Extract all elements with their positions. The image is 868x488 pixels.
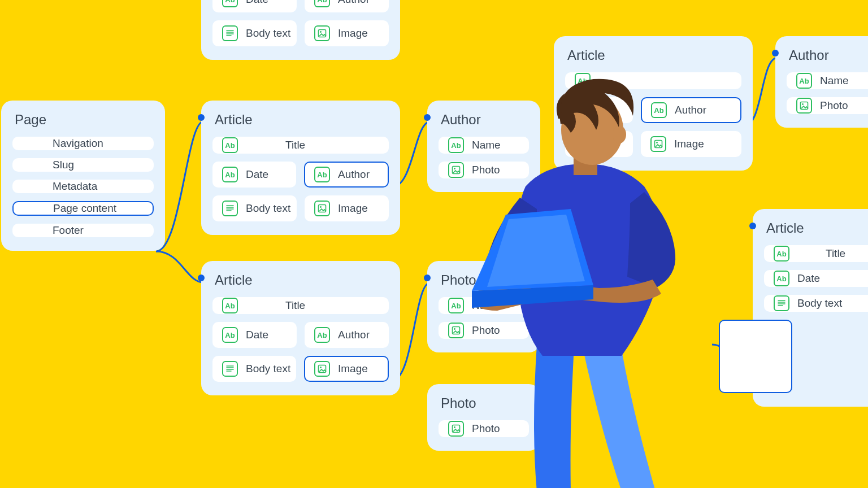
card-title: Article: [215, 112, 389, 128]
field-label: Image: [338, 363, 368, 375]
field-date[interactable]: Ab Date: [212, 162, 296, 188]
text-icon: Ab: [222, 327, 238, 343]
svg-point-18: [613, 125, 626, 143]
field-image[interactable]: Image: [305, 20, 389, 46]
field-body-text[interactable]: Body text: [764, 295, 868, 312]
card-article-right: Article Ab Title Ab Date Body text: [753, 209, 868, 407]
connector-node-icon: [424, 114, 431, 121]
card-title: Article: [215, 272, 389, 288]
connector-node-icon: [198, 114, 205, 121]
field-author[interactable]: Ab Author: [305, 322, 389, 348]
field-page-content[interactable]: Page content: [12, 201, 154, 216]
field-label: Body text: [246, 363, 290, 375]
field-label: Date: [246, 0, 268, 6]
field-date[interactable]: Ab Date: [212, 322, 297, 348]
connector-node-icon: [772, 50, 779, 56]
field-label: Date: [246, 168, 268, 181]
body-text-icon: [222, 25, 238, 41]
field-label: Photo: [820, 99, 848, 112]
field-label: Metadata: [53, 180, 97, 193]
field-image[interactable]: Image: [305, 195, 389, 221]
card-author-right: Author Ab Name Photo: [775, 36, 868, 128]
field-label: Date: [246, 329, 268, 341]
card-article-2: Article Ab Title Ab Date Ab Author Body …: [201, 261, 400, 395]
field-author[interactable]: Ab Author: [304, 162, 389, 188]
card-page: Page Navigation Slug Metadata Page conte…: [1, 101, 165, 251]
field-label: Name: [820, 75, 849, 87]
field-label: Image: [338, 27, 368, 40]
field-title[interactable]: Ab Title: [764, 245, 868, 262]
card-title: Article: [567, 47, 741, 63]
field-label: Title: [826, 247, 845, 260]
field-slug[interactable]: Slug: [12, 158, 154, 172]
field-name[interactable]: Ab Name: [787, 72, 868, 89]
field-label: Author: [338, 0, 370, 6]
svg-point-3: [320, 206, 322, 208]
field-title[interactable]: Ab Title: [212, 137, 389, 154]
field-footer[interactable]: Footer: [12, 224, 154, 237]
card-title: Author: [789, 47, 868, 63]
text-icon: Ab: [222, 298, 238, 313]
field-body-text[interactable]: Body text: [212, 20, 297, 46]
image-icon: [796, 98, 812, 114]
field-label: Date: [797, 272, 820, 285]
text-icon: Ab: [222, 167, 238, 182]
connector-node-icon: [749, 223, 756, 229]
field-label: Body text: [246, 202, 290, 215]
svg-point-1: [320, 31, 322, 33]
field-label: Body text: [246, 27, 290, 40]
field-label: Slug: [53, 159, 74, 171]
field-date[interactable]: Ab Date: [764, 270, 868, 287]
text-icon: Ab: [314, 167, 330, 182]
text-icon: Ab: [222, 137, 238, 153]
connector-node-icon: [198, 274, 205, 281]
svg-point-15: [802, 103, 804, 105]
field-label: Navigation: [53, 137, 103, 150]
body-text-icon: [222, 201, 238, 216]
svg-point-5: [320, 367, 322, 368]
field-metadata[interactable]: Metadata: [12, 180, 154, 193]
body-text-icon: [774, 295, 789, 311]
text-icon: Ab: [314, 327, 330, 343]
field-label: Footer: [53, 224, 84, 237]
field-image[interactable]: Image: [304, 356, 389, 382]
field-label: Author: [338, 329, 370, 341]
card-title: Page: [15, 112, 154, 128]
field-label: Body text: [797, 297, 842, 310]
field-label: Title: [285, 139, 305, 151]
image-icon: [314, 25, 330, 41]
body-text-icon: [222, 361, 238, 377]
field-photo[interactable]: Photo: [787, 97, 868, 114]
image-icon: [314, 201, 330, 216]
card-article-top: Ab Date Ab Author Body text Image: [201, 0, 400, 60]
field-label: Author: [338, 168, 370, 181]
field-label: Title: [285, 299, 305, 312]
text-icon: Ab: [774, 246, 789, 262]
person-illustration: [452, 62, 689, 488]
field-title[interactable]: Ab Title: [212, 297, 389, 314]
field-label: Image: [338, 202, 368, 215]
field-body-text[interactable]: Body text: [212, 195, 297, 221]
text-icon: Ab: [796, 73, 812, 89]
text-icon: Ab: [314, 0, 330, 7]
text-icon: Ab: [774, 271, 789, 286]
image-icon: [314, 361, 330, 377]
field-date[interactable]: Ab Date: [212, 0, 297, 12]
text-icon: Ab: [222, 0, 238, 7]
field-label: Page content: [53, 202, 116, 215]
card-title: Article: [766, 220, 868, 236]
field-body-text[interactable]: Body text: [212, 356, 296, 382]
card-article-1: Article Ab Title Ab Date Ab Author Body …: [201, 101, 400, 235]
connector-node-icon: [424, 274, 431, 281]
field-author[interactable]: Ab Author: [305, 0, 389, 12]
field-navigation[interactable]: Navigation: [12, 137, 154, 150]
field-selected-empty[interactable]: [719, 320, 792, 393]
